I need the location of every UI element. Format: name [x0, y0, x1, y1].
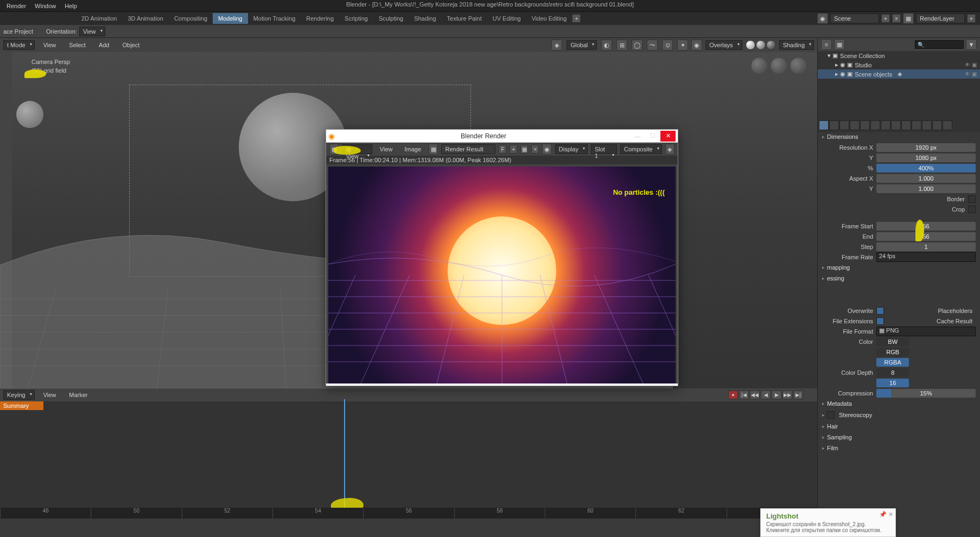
outliner-display-icon[interactable]: ▦: [834, 39, 845, 50]
outliner-item-scene-objects[interactable]: ▸ ◉ ▣ Scene objects ◈ 👁 ▣: [818, 69, 980, 79]
keyframe-prev-button[interactable]: ◀◀: [750, 391, 760, 399]
outliner-root[interactable]: ▾ ▣ Scene Collection: [818, 51, 980, 60]
texture-tab-icon[interactable]: [943, 120, 952, 130]
ws-sculpting[interactable]: Sculpting: [373, 13, 409, 24]
color-rgb-button[interactable]: RGB: [876, 348, 909, 356]
res-y-input[interactable]: 1080 px: [876, 154, 976, 162]
object-tab-icon[interactable]: [870, 120, 880, 130]
visibility-icons[interactable]: 👁 ▣: [965, 62, 977, 68]
overlays-toggle-icon[interactable]: ◉: [691, 40, 702, 50]
color-bw-button[interactable]: BW: [876, 337, 909, 346]
dimensions-header[interactable]: Dimensions: [818, 132, 980, 142]
minimize-button[interactable]: —: [630, 131, 645, 142]
renderlayer-icon[interactable]: ▦: [903, 13, 914, 24]
scene-new-button[interactable]: +: [881, 14, 890, 23]
lightshot-pin-icon[interactable]: 📌 ✕: [879, 511, 893, 518]
snap-type-icon[interactable]: ⊞: [616, 40, 627, 50]
res-x-input[interactable]: 1920 px: [876, 143, 976, 152]
gizmo-icon[interactable]: ✦: [677, 40, 688, 50]
render-tab-icon[interactable]: [819, 120, 829, 130]
overwrite-checkbox[interactable]: [876, 307, 884, 315]
render-image-view[interactable]: No particles :(((: [328, 167, 676, 383]
border-checkbox[interactable]: [968, 195, 976, 203]
frame-end-input[interactable]: 56: [876, 232, 976, 241]
autokey-button[interactable]: ●: [728, 391, 738, 399]
aspect-y-input[interactable]: 1.000: [876, 184, 976, 193]
orientation-icon[interactable]: ◈: [551, 40, 562, 50]
render-titlebar[interactable]: ◉ Blender Render — ☐ ✕: [326, 130, 678, 143]
modifier-tab-icon[interactable]: [881, 120, 890, 130]
mode-dropdown[interactable]: t Mode: [3, 40, 35, 50]
menu-help[interactable]: Help: [60, 2, 81, 10]
lightshot-notification[interactable]: 📌 ✕ Lightshot Скриншот сохранён в Screen…: [760, 508, 896, 537]
summary-row[interactable]: Summary: [0, 401, 43, 410]
tl-view-menu[interactable]: View: [39, 391, 61, 399]
outliner-search-input[interactable]: [915, 40, 964, 49]
ws-shading[interactable]: Shading: [409, 13, 441, 24]
format-dropdown[interactable]: ▦ PNG: [876, 327, 976, 336]
fake-user-button[interactable]: F: [499, 145, 506, 154]
ws-texture-paint[interactable]: Texture Paint: [442, 13, 487, 24]
snap-icon[interactable]: ◐: [601, 40, 612, 50]
scene-tab-icon[interactable]: [850, 120, 860, 130]
add-workspace-button[interactable]: +: [572, 14, 581, 23]
outliner-type-icon[interactable]: ≡: [821, 39, 832, 50]
material-tab-icon[interactable]: [932, 120, 942, 130]
ws-modeling[interactable]: Modeling: [213, 13, 248, 24]
metadata-header[interactable]: Metadata: [818, 398, 980, 409]
visibility-icons[interactable]: 👁 ▣: [965, 71, 977, 77]
stereoscopy-header[interactable]: Stereoscopy: [818, 409, 980, 421]
ws-2d-animation[interactable]: 2D Animation: [76, 13, 122, 24]
scene-name-input[interactable]: [830, 14, 879, 23]
proportional-icon[interactable]: ◯: [632, 40, 642, 50]
vp-object-menu[interactable]: Object: [118, 41, 144, 49]
aspect-x-input[interactable]: 1.000: [876, 174, 976, 183]
compression-slider[interactable]: 15%: [876, 389, 976, 398]
outliner-item-studio[interactable]: ▸ ◉ ▣ Studio 👁 ▣: [818, 60, 980, 69]
jump-start-button[interactable]: |◀: [739, 391, 749, 399]
composite-dropdown[interactable]: Composite: [620, 144, 662, 154]
ws-uv-editing[interactable]: UV Editing: [487, 13, 526, 24]
keying-dropdown[interactable]: Keying: [3, 390, 35, 400]
menu-window[interactable]: Window: [30, 2, 60, 10]
frame-start-input[interactable]: 56: [876, 222, 976, 231]
unlink-button[interactable]: ×: [531, 145, 539, 154]
keyframe-next-button[interactable]: ▶▶: [782, 391, 792, 399]
renderlayer-input[interactable]: [916, 14, 965, 23]
proportional-type-icon[interactable]: 〜: [647, 40, 658, 50]
close-button[interactable]: ✕: [660, 131, 676, 142]
render-result-field[interactable]: [441, 144, 495, 154]
vp-view-menu[interactable]: View: [39, 41, 61, 49]
rendered-shading-icon[interactable]: [766, 40, 776, 50]
color-rgba-button[interactable]: RGBA: [876, 358, 909, 367]
image-browse-icon[interactable]: ▦: [429, 144, 438, 155]
rw-image-menu[interactable]: Image: [400, 145, 426, 154]
rw-view2-menu[interactable]: View: [376, 145, 397, 154]
ws-scripting[interactable]: Scripting: [339, 13, 373, 24]
film-header[interactable]: Film: [818, 443, 980, 453]
orientation-dropdown[interactable]: View: [79, 27, 105, 36]
viewlayer-tab-icon[interactable]: [839, 120, 849, 130]
ws-compositing[interactable]: Compositing: [169, 13, 213, 24]
vp-add-menu[interactable]: Add: [94, 41, 114, 49]
pack-button[interactable]: ▦: [520, 145, 528, 154]
wireframe-shading-icon[interactable]: [746, 40, 755, 50]
pivot-icon[interactable]: ⊙: [662, 40, 673, 50]
ws-rendering[interactable]: Rendering: [301, 13, 339, 24]
scene-delete-button[interactable]: ×: [892, 14, 901, 23]
data-tab-icon[interactable]: [922, 120, 932, 130]
world-tab-icon[interactable]: [860, 120, 870, 130]
stereoscopy-checkbox[interactable]: [827, 411, 835, 419]
output-tab-icon[interactable]: [829, 120, 839, 130]
play-button[interactable]: ▶: [772, 391, 781, 399]
jump-end-button[interactable]: ▶|: [793, 391, 803, 399]
ws-video-editing[interactable]: Video Editing: [526, 13, 572, 24]
physics-tab-icon[interactable]: [901, 120, 911, 130]
extensions-checkbox[interactable]: [876, 317, 884, 325]
hair-header[interactable]: Hair: [818, 421, 980, 432]
depth-8-button[interactable]: 8: [876, 368, 909, 377]
tl-marker-menu[interactable]: Marker: [65, 391, 92, 399]
timeline-ruler[interactable]: 48 50 52 54 56 58 60 62 64: [0, 508, 817, 519]
ws-motion-tracking[interactable]: Motion Tracking: [248, 13, 301, 24]
play-reverse-button[interactable]: ◀: [761, 391, 771, 399]
